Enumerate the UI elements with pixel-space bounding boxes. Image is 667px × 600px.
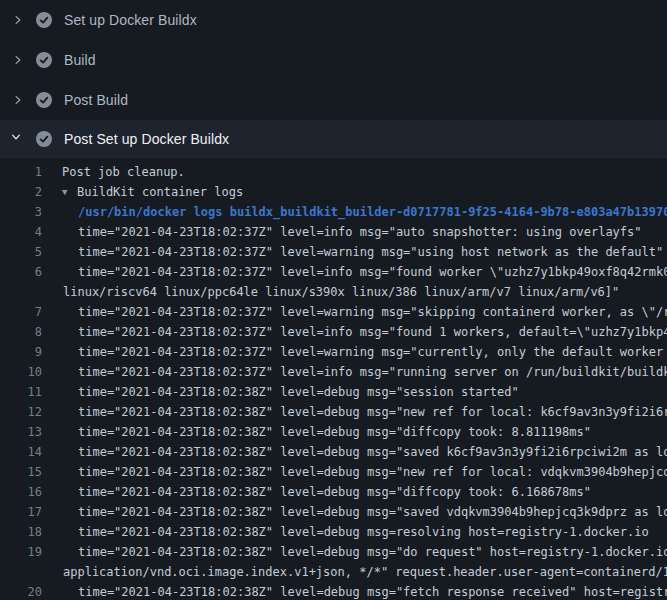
step-label: Set up Docker Buildx (64, 12, 197, 28)
log-line: 20 time="2021-04-23T18:02:38Z" level=deb… (0, 582, 667, 600)
log-text: time="2021-04-23T18:02:38Z" level=debug … (78, 502, 667, 522)
chevron-down-icon (10, 131, 26, 147)
step-header-row[interactable]: Post Set up Docker Buildx (0, 120, 667, 158)
log-text: Post job cleanup. (62, 162, 185, 182)
line-number[interactable]: 18 (0, 522, 42, 542)
log-text: time="2021-04-23T18:02:38Z" level=debug … (78, 542, 667, 562)
line-number[interactable]: 2 (0, 182, 42, 202)
line-number[interactable]: 4 (0, 222, 42, 242)
log-line: 13 time="2021-04-23T18:02:38Z" level=deb… (0, 422, 667, 442)
log-text: /usr/bin/docker logs buildx_buildkit_bui… (78, 202, 667, 222)
log-text: time="2021-04-23T18:02:38Z" level=debug … (78, 462, 667, 482)
log-text: time="2021-04-23T18:02:38Z" level=debug … (78, 422, 591, 442)
log-line: 17 time="2021-04-23T18:02:38Z" level=deb… (0, 502, 667, 522)
check-circle-icon (36, 131, 52, 147)
line-number[interactable]: 19 (0, 542, 42, 562)
log-line: 15 time="2021-04-23T18:02:38Z" level=deb… (0, 462, 667, 482)
log-text: time="2021-04-23T18:02:37Z" level=info m… (78, 262, 667, 282)
log-text: time="2021-04-23T18:02:37Z" level=info m… (78, 222, 642, 242)
log-line: 5 time="2021-04-23T18:02:37Z" level=warn… (0, 242, 667, 262)
group-collapse-toggle-icon[interactable]: ▼ (62, 182, 77, 202)
line-number[interactable]: 5 (0, 242, 42, 262)
chevron-right-icon (10, 52, 26, 68)
step-label: Post Set up Docker Buildx (64, 131, 229, 147)
log-line: 1 Post job cleanup. (0, 162, 667, 182)
line-number[interactable] (0, 562, 42, 582)
log-line: 6 time="2021-04-23T18:02:37Z" level=info… (0, 262, 667, 282)
line-number[interactable]: 16 (0, 482, 42, 502)
line-number[interactable]: 14 (0, 442, 42, 462)
log-text: time="2021-04-23T18:02:37Z" level=warnin… (78, 342, 667, 362)
log-line: 18 time="2021-04-23T18:02:38Z" level=deb… (0, 522, 667, 542)
log-line: 9 time="2021-04-23T18:02:37Z" level=warn… (0, 342, 667, 362)
step-label: Post Build (64, 92, 128, 108)
line-number[interactable]: 9 (0, 342, 42, 362)
line-number[interactable]: 13 (0, 422, 42, 442)
log-line: 8 time="2021-04-23T18:02:37Z" level=info… (0, 322, 667, 342)
log-line: linux/riscv64 linux/ppc64le linux/s390x … (0, 282, 667, 302)
log-line: application/vnd.oci.image.index.v1+json,… (0, 562, 667, 582)
line-number[interactable] (0, 282, 42, 302)
step-label: Build (64, 52, 96, 68)
log-text: time="2021-04-23T18:02:37Z" level=info m… (78, 322, 667, 342)
line-number[interactable]: 7 (0, 302, 42, 322)
line-number[interactable]: 11 (0, 382, 42, 402)
log-viewer: 1 Post job cleanup. 2 ▼ BuildKit contain… (0, 158, 667, 600)
line-number[interactable]: 15 (0, 462, 42, 482)
log-line: 10 time="2021-04-23T18:02:37Z" level=inf… (0, 362, 667, 382)
log-text: time="2021-04-23T18:02:37Z" level=info m… (78, 362, 667, 382)
log-text: time="2021-04-23T18:02:38Z" level=debug … (78, 482, 591, 502)
line-number[interactable]: 1 (0, 162, 42, 182)
check-circle-icon (36, 12, 52, 28)
chevron-right-icon (10, 92, 26, 108)
log-text: time="2021-04-23T18:02:38Z" level=debug … (78, 382, 519, 402)
step-header-row[interactable]: Build (0, 40, 667, 80)
log-line: 16 time="2021-04-23T18:02:38Z" level=deb… (0, 482, 667, 502)
log-text: time="2021-04-23T18:02:37Z" level=warnin… (78, 302, 667, 322)
log-line: 3 /usr/bin/docker logs buildx_buildkit_b… (0, 202, 667, 222)
line-number[interactable]: 17 (0, 502, 42, 522)
log-text: application/vnd.oci.image.index.v1+json,… (63, 562, 667, 582)
log-text: time="2021-04-23T18:02:38Z" level=debug … (78, 402, 667, 422)
log-line: 4 time="2021-04-23T18:02:37Z" level=info… (0, 222, 667, 242)
line-number[interactable]: 12 (0, 402, 42, 422)
log-line: 11 time="2021-04-23T18:02:38Z" level=deb… (0, 382, 667, 402)
check-circle-icon (36, 92, 52, 108)
check-circle-icon (36, 52, 52, 68)
chevron-right-icon (10, 12, 26, 28)
line-number[interactable]: 20 (0, 582, 42, 600)
log-text: time="2021-04-23T18:02:38Z" level=debug … (78, 522, 649, 542)
log-line: 14 time="2021-04-23T18:02:38Z" level=deb… (0, 442, 667, 462)
step-header-row[interactable]: Set up Docker Buildx (0, 0, 667, 40)
line-number[interactable]: 10 (0, 362, 42, 382)
log-line: 7 time="2021-04-23T18:02:37Z" level=warn… (0, 302, 667, 322)
log-text: linux/riscv64 linux/ppc64le linux/s390x … (63, 282, 619, 302)
log-line: 19 time="2021-04-23T18:02:38Z" level=deb… (0, 542, 667, 562)
step-header-row[interactable]: Post Build (0, 80, 667, 120)
log-text: time="2021-04-23T18:02:37Z" level=warnin… (78, 242, 663, 262)
log-line: 12 time="2021-04-23T18:02:38Z" level=deb… (0, 402, 667, 422)
log-text: BuildKit container logs (77, 182, 243, 202)
log-text: time="2021-04-23T18:02:38Z" level=debug … (78, 442, 667, 462)
line-number[interactable]: 6 (0, 262, 42, 282)
log-text: time="2021-04-23T18:02:38Z" level=debug … (78, 582, 667, 600)
line-number[interactable]: 3 (0, 202, 42, 222)
log-line: 2 ▼ BuildKit container logs (0, 182, 667, 202)
line-number[interactable]: 8 (0, 322, 42, 342)
step-list: Set up Docker Buildx Build (0, 0, 667, 158)
